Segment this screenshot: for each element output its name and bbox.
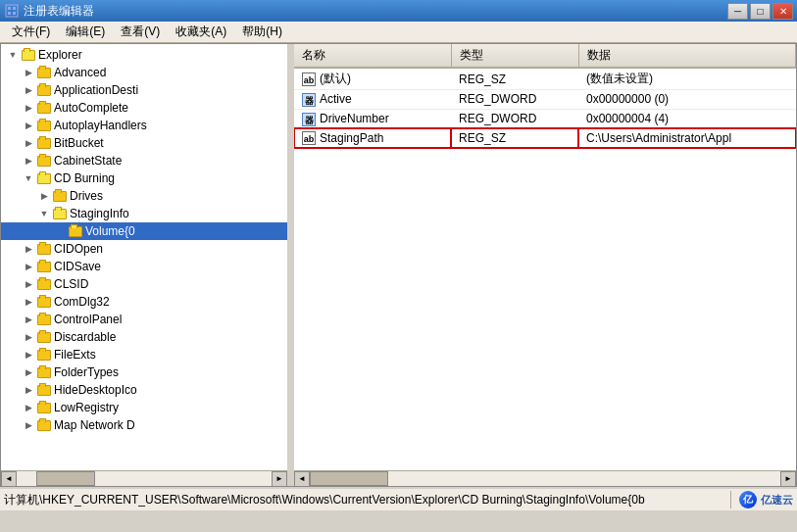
tree-expander[interactable]: ▼	[36, 205, 52, 222]
tree-item[interactable]: ▶FileExts	[1, 346, 287, 363]
svg-rect-3	[8, 12, 11, 15]
folder-icon	[36, 348, 52, 362]
tree-expander[interactable]: ▶	[21, 258, 36, 275]
tree-item[interactable]: ▶AutoComplete	[1, 99, 287, 117]
reg-type-icon: 器	[302, 93, 316, 107]
tree-item[interactable]: ▶ApplicationDesti	[1, 81, 287, 99]
tree-item-label: FolderTypes	[54, 365, 119, 379]
tree-item[interactable]: ▶LowRegistry	[1, 399, 287, 416]
minimize-button[interactable]: ─	[727, 3, 748, 20]
tree-expander[interactable]: ▶	[21, 328, 36, 346]
window-controls: ─ □ ✕	[727, 3, 793, 20]
horizontal-scroll-track[interactable]	[17, 471, 272, 486]
folder-icon	[36, 401, 52, 414]
tree-item[interactable]: ▶ControlPanel	[1, 311, 287, 328]
tree-expander[interactable]: ▶	[21, 346, 36, 363]
tree-expander[interactable]: ▶	[21, 363, 36, 381]
values-table: 名称 类型 数据 ab(默认)REG_SZ(数值未设置)器ActiveREG_D…	[294, 44, 796, 148]
tree-expander[interactable]: ▶	[21, 240, 36, 258]
tree-item-label: CIDOpen	[54, 242, 103, 256]
menu-help[interactable]: 帮助(H)	[234, 22, 290, 42]
tree-content[interactable]: ▼Explorer▶Advanced▶ApplicationDesti▶Auto…	[1, 44, 287, 470]
tree-expander[interactable]: ▶	[36, 187, 52, 205]
scroll-right-button[interactable]: ►	[272, 471, 287, 487]
tree-item[interactable]: ▶AutoplayHandlers	[1, 117, 287, 134]
tree-expander[interactable]: ▶	[21, 152, 36, 169]
tree-item-label: Explorer	[38, 48, 82, 62]
entry-name: Active	[320, 92, 352, 106]
close-button[interactable]: ✕	[772, 3, 793, 20]
right-horizontal-scrollbar[interactable]: ◄ ►	[294, 470, 796, 486]
tree-item[interactable]: ▶Advanced	[1, 64, 287, 81]
menu-favorites[interactable]: 收藏夹(A)	[168, 22, 234, 42]
col-name: 名称	[294, 44, 451, 68]
tree-expander[interactable]	[52, 222, 68, 240]
tree-item[interactable]: ▶CabinetState	[1, 152, 287, 169]
right-scroll-track[interactable]	[310, 471, 780, 486]
cell-name: ab(默认)	[294, 68, 451, 90]
tree-expander[interactable]: ▶	[21, 64, 36, 81]
tree-item[interactable]: ▶ComDlg32	[1, 293, 287, 311]
tree-expander[interactable]: ▶	[21, 293, 36, 311]
tree-item[interactable]: ▶CIDOpen	[1, 240, 287, 258]
tree-expander[interactable]: ▶	[21, 416, 36, 434]
tree-item-label: FileExts	[54, 348, 96, 362]
tree-item[interactable]: ▶CLSID	[1, 275, 287, 293]
tree-item[interactable]: ▶Map Network D	[1, 416, 287, 434]
tree-expander[interactable]: ▶	[21, 381, 36, 399]
folder-icon	[21, 48, 36, 62]
folder-icon	[36, 295, 52, 309]
table-row[interactable]: abStagingPathREG_SZC:\Users\Administrato…	[294, 128, 796, 148]
folder-icon	[36, 83, 52, 97]
tree-expander[interactable]: ▼	[21, 169, 36, 187]
tree-expander[interactable]: ▶	[21, 81, 36, 99]
folder-icon	[36, 277, 52, 291]
svg-rect-0	[6, 5, 18, 17]
tree-item-label: CD Burning	[54, 171, 115, 185]
tree-item-label: AutoplayHandlers	[54, 119, 147, 132]
horizontal-scroll-thumb[interactable]	[36, 471, 95, 486]
tree-item[interactable]: ▶BitBucket	[1, 134, 287, 152]
tree-expander[interactable]: ▼	[5, 46, 21, 64]
menu-view[interactable]: 查看(V)	[113, 22, 168, 42]
tree-item-label: Drives	[70, 189, 103, 203]
tree-item[interactable]: ▶Drives	[1, 187, 287, 205]
tree-item[interactable]: ▶HideDesktopIco	[1, 381, 287, 399]
tree-horizontal-scrollbar[interactable]: ◄ ►	[1, 470, 287, 486]
right-scroll-thumb[interactable]	[310, 471, 388, 486]
tree-expander[interactable]: ▶	[21, 275, 36, 293]
tree-item[interactable]: ▶FolderTypes	[1, 363, 287, 381]
reg-type-icon: ab	[302, 73, 316, 86]
registry-table[interactable]: 名称 类型 数据 ab(默认)REG_SZ(数值未设置)器ActiveREG_D…	[294, 44, 796, 470]
right-scroll-left[interactable]: ◄	[294, 471, 310, 487]
tree-expander[interactable]: ▶	[21, 134, 36, 152]
folder-icon	[68, 224, 83, 238]
tree-item-label: Advanced	[54, 66, 106, 79]
reg-type-icon: 器	[302, 113, 316, 126]
tree-item[interactable]: Volume{0	[1, 222, 287, 240]
scroll-left-button[interactable]: ◄	[1, 471, 17, 487]
tree-item-label: ApplicationDesti	[54, 83, 138, 97]
cell-name: 器DriveNumber	[294, 109, 451, 128]
tree-item[interactable]: ▼StagingInfo	[1, 205, 287, 222]
tree-item[interactable]: ▼CD Burning	[1, 169, 287, 187]
tree-item[interactable]: ▶Discardable	[1, 328, 287, 346]
tree-expander[interactable]: ▶	[21, 117, 36, 134]
menu-edit[interactable]: 编辑(E)	[58, 22, 113, 42]
folder-icon	[36, 119, 52, 132]
tree-expander[interactable]: ▶	[21, 99, 36, 117]
table-header-row: 名称 类型 数据	[294, 44, 796, 68]
tree-item[interactable]: ▶CIDSave	[1, 258, 287, 275]
table-row[interactable]: ab(默认)REG_SZ(数值未设置)	[294, 68, 796, 90]
right-scroll-right[interactable]: ►	[780, 471, 796, 487]
cell-type: REG_DWORD	[451, 90, 578, 110]
col-data: 数据	[578, 44, 796, 68]
table-row[interactable]: 器DriveNumberREG_DWORD0x00000004 (4)	[294, 109, 796, 128]
tree-expander[interactable]: ▶	[21, 399, 36, 416]
menu-file[interactable]: 文件(F)	[4, 22, 58, 42]
maximize-button[interactable]: □	[750, 3, 771, 20]
status-bar: 计算机\HKEY_CURRENT_USER\Software\Microsoft…	[0, 487, 797, 510]
tree-item[interactable]: ▼Explorer	[1, 46, 287, 64]
tree-expander[interactable]: ▶	[21, 311, 36, 328]
table-row[interactable]: 器ActiveREG_DWORD0x00000000 (0)	[294, 90, 796, 110]
